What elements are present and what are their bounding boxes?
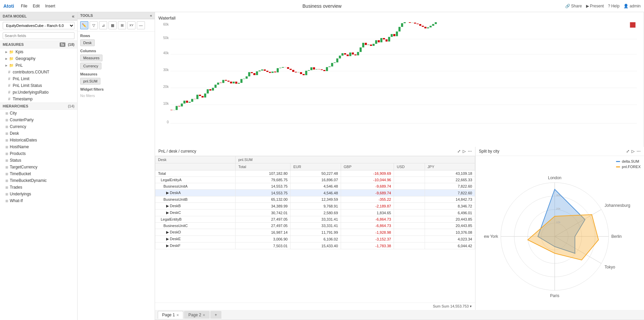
pivot-play-icon[interactable]: ▷ (463, 149, 466, 154)
radar-chart-svg: London Johannesburg Berlin Tokyo Paris N… (484, 166, 636, 300)
menu-edit[interactable]: Edit (33, 4, 40, 8)
pivot-row-label: ▶ DeskF (155, 243, 236, 249)
tree-item-pnl-limit[interactable]: # PnL Limit (0, 75, 77, 82)
columns-chip-currency[interactable]: Currency (80, 63, 101, 69)
pivot-row-jpy: 6,496.01 (425, 210, 475, 216)
col-header-jpy: JPY (425, 163, 475, 170)
svg-rect-67 (310, 67, 312, 70)
svg-rect-40 (240, 79, 242, 83)
tab-close-page1[interactable]: ✕ (176, 313, 179, 317)
svg-rect-30 (214, 85, 216, 88)
pivot-row-jpy: 14,842.73 (425, 196, 475, 203)
svg-rect-74 (329, 66, 331, 67)
fx-badge: fx (60, 42, 65, 47)
tab-page2[interactable]: Page 2 ✕ (184, 311, 210, 319)
cube-selector[interactable]: EquityDerivativesCube - Ranch 6.0 (0, 21, 77, 31)
no-filters-label: No filters (78, 92, 155, 99)
data-model-header: DATA MODEL « (0, 12, 77, 21)
svg-rect-85 (357, 52, 359, 55)
collapse-sidebar-btn[interactable]: « (72, 13, 74, 19)
svg-rect-39 (238, 83, 240, 84)
tree-item-historicaldates[interactable]: ⊞HistoricalDates (0, 137, 77, 143)
tree-item-pv-underlyings[interactable]: # pv.UnderlyingsRatio (0, 89, 77, 96)
split-expand-icon[interactable]: ⤢ (626, 149, 630, 154)
svg-rect-44 (251, 72, 253, 73)
grid-icon[interactable]: ⊞ (118, 21, 126, 29)
add-tab-button[interactable]: + (210, 311, 221, 319)
cube-select[interactable]: EquityDerivativesCube - Ranch 6.0 (3, 22, 74, 29)
svg-rect-101 (398, 27, 400, 32)
tree-item-counterparty[interactable]: ⊞CounterParty (0, 117, 77, 123)
split-play-icon[interactable]: ▷ (632, 149, 635, 154)
pivot-row-label: ▶ DeskD (155, 229, 236, 236)
filter-icon[interactable]: ▽ (90, 21, 98, 29)
menu-file[interactable]: File (21, 4, 27, 8)
waterfall-chart-svg: 0 10k 20k 30k 40k 50k 60k (158, 22, 640, 137)
svg-rect-64 (303, 74, 305, 75)
search-input[interactable] (3, 32, 74, 39)
pivot-row-gbp: -6,864.73 (341, 216, 394, 223)
svg-rect-99 (393, 34, 395, 36)
pivot-row-total: 107,182.80 (236, 170, 290, 177)
left-sidebar: DATA MODEL « EquityDerivativesCube - Ran… (0, 12, 78, 320)
pivot-row-gbp: -3,152.37 (341, 236, 394, 243)
pivot-row-gbp: -6,864.73 (341, 223, 394, 229)
pivot-footer: Sum Sum 14,553.753 ▾ (155, 302, 475, 310)
rows-chip-desk[interactable]: Desk (80, 39, 95, 46)
user-menu[interactable]: 👤 admin (623, 4, 641, 8)
pencil-icon[interactable]: ✏️ (80, 21, 88, 29)
help-button[interactable]: ? Help (608, 4, 619, 8)
tree-item-currency[interactable]: ⊞Currency (0, 123, 77, 130)
search-box (0, 31, 77, 41)
tree-item-timestamp[interactable]: # Timestamp (0, 96, 77, 102)
tree-item-pnl[interactable]: ▶ 📁 PnL (0, 62, 77, 69)
pivot-row-total: 27,497.05 (236, 223, 290, 229)
tree-item-timebucketdynamic[interactable]: ⊞TimeBucketDynamic (0, 177, 77, 184)
tree-item-pnl-limit-status[interactable]: # PnL Limit Status (0, 82, 77, 89)
pivot-row-label: Total (155, 170, 236, 177)
tree-item-contributors-count[interactable]: # contributors.COUNT (0, 69, 77, 75)
svg-rect-45 (253, 73, 255, 75)
svg-rect-56 (282, 67, 284, 68)
minus-icon[interactable]: — (137, 21, 145, 29)
legend-delta-sum: delta.SUM (616, 159, 641, 163)
tree-item-whatif[interactable]: ⊞What-If (0, 197, 77, 204)
tree-item-targetcurrency[interactable]: ⊞TargetCurrency (0, 164, 77, 170)
tree-item-city[interactable]: ⊞City (0, 110, 77, 117)
rows-label: Rows (78, 32, 155, 39)
svg-text:20k: 20k (163, 85, 169, 89)
tree-item-hostname[interactable]: ⊞HostName (0, 143, 77, 150)
funnel-icon[interactable]: ⊿ (99, 21, 107, 29)
pivot-row-label: ▶ DeskB (155, 203, 236, 210)
columns-chip-measures[interactable]: Measures (80, 55, 102, 61)
tab-close-page2[interactable]: ✕ (203, 313, 205, 317)
bar-chart-icon[interactable]: ▦ (109, 21, 117, 29)
svg-rect-47 (258, 70, 260, 71)
pivot-row-gbp: -16,909.69 (341, 170, 394, 177)
tab-page1[interactable]: Page 1 ✕ (158, 311, 183, 319)
top-bar: Atoti File Edit Insert Business overview… (0, 0, 644, 12)
tree-item-underlyings[interactable]: ⊞Underlyings (0, 191, 77, 197)
measures-chip-pnl-sum[interactable]: pnl.SUM (80, 78, 100, 85)
xy-icon[interactable]: XY (127, 21, 135, 29)
tree-item-geography[interactable]: ▶ 📁 Geography (0, 55, 77, 62)
pivot-row-label: ▶ DeskA (155, 190, 236, 196)
menu-insert[interactable]: Insert (45, 4, 55, 8)
measures-chips: pnl.SUM (78, 77, 155, 85)
svg-rect-87 (362, 43, 364, 47)
tree-item-status[interactable]: ⊞Status (0, 157, 77, 164)
pivot-more-icon[interactable]: ⋯ (468, 149, 472, 154)
share-button[interactable]: 🔗 Share (565, 4, 582, 8)
tree-item-trades[interactable]: ⊞Trades (0, 184, 77, 191)
tree-item-desk[interactable]: ⊞Desk (0, 130, 77, 137)
present-button[interactable]: ▶ Present (586, 4, 604, 8)
tree-item-kpis[interactable]: ▶ 📁 Kpis (0, 49, 77, 55)
pivot-table-scroll[interactable]: Desk pnl.SUM Total EUR GBP USD JPY (155, 156, 475, 302)
svg-rect-24 (199, 95, 201, 96)
split-more-icon[interactable]: ⋯ (637, 149, 641, 154)
tree-item-timebucket[interactable]: ⊞TimeBucket (0, 170, 77, 177)
tree-item-products[interactable]: ⊞Products (0, 150, 77, 157)
folder-icon: 📁 (9, 50, 14, 54)
collapse-tools-btn[interactable]: « (150, 13, 152, 18)
pivot-expand-icon[interactable]: ⤢ (457, 149, 461, 154)
